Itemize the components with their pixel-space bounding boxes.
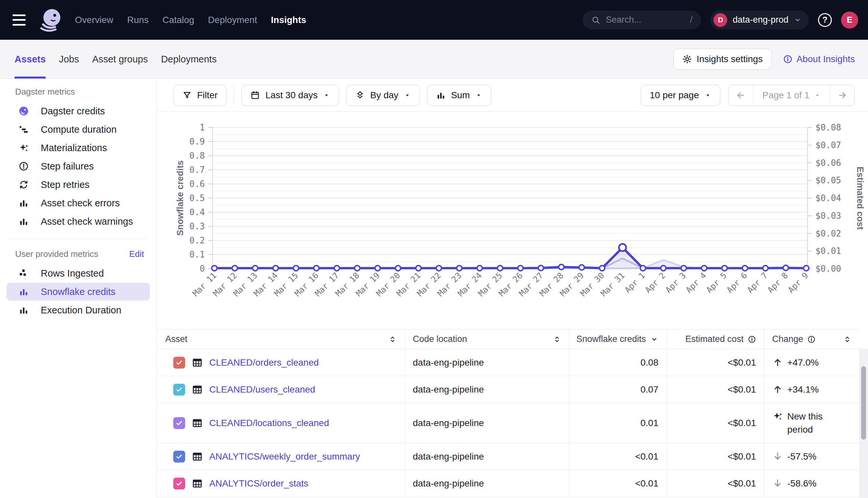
filter-button[interactable]: Filter	[173, 85, 227, 106]
date-range-dropdown[interactable]: Last 30 days	[241, 85, 339, 106]
code-location-cell: data-eng-pipeline	[405, 403, 570, 443]
trend-down-icon	[772, 451, 783, 461]
column-header-code-location[interactable]: Code location	[405, 329, 570, 349]
sidebar-item-step-failures[interactable]: Step failures	[7, 157, 150, 175]
sidebar-item-label: Materializations	[41, 143, 107, 154]
data-point-marker	[355, 265, 360, 271]
data-point-marker	[477, 265, 482, 271]
asset-link[interactable]: CLEANED/locations_cleaned	[209, 418, 329, 428]
asset-checkbox[interactable]	[173, 384, 185, 395]
asset-checkbox[interactable]	[173, 451, 185, 462]
per-page-dropdown[interactable]: 10 per page	[641, 85, 720, 106]
left-axis-tick: 0.2	[189, 236, 205, 245]
trend-down-icon	[772, 478, 783, 488]
about-insights-link[interactable]: About Insights	[783, 54, 855, 64]
sidebar-item-execution-duration[interactable]: Execution Duration	[7, 301, 150, 319]
x-axis-tick: Apr 5	[704, 271, 729, 295]
insights-settings-button[interactable]: Insights settings	[673, 49, 772, 70]
nav-item-catalog[interactable]: Catalog	[163, 15, 194, 25]
asset-link[interactable]: CLEANED/users_cleaned	[209, 384, 315, 395]
deployment-switcher[interactable]: D data-eng-prod	[710, 11, 809, 29]
main-panel: Filter Last 30 days By day Sum 10 per pa	[157, 79, 868, 498]
estimated-cost-cell: <$0.01	[667, 470, 764, 497]
credits-line-chart[interactable]: 00.10.20.30.40.50.60.70.80.91$0.00$0.01$…	[157, 112, 868, 329]
asset-link[interactable]: ANALYTICS/weekly_order_summary	[209, 451, 360, 462]
nav-item-overview[interactable]: Overview	[75, 15, 113, 25]
data-point-marker	[640, 265, 646, 271]
prev-page-button[interactable]	[729, 85, 753, 105]
dagster-logo-icon	[37, 7, 64, 33]
sort-icon[interactable]	[843, 335, 852, 344]
data-point-marker	[742, 265, 747, 271]
asset-checkbox[interactable]	[173, 417, 185, 429]
table-icon	[192, 384, 203, 395]
scrollbar-track[interactable]	[859, 349, 868, 498]
sparkle-icon	[18, 143, 29, 153]
column-header-asset[interactable]: Asset	[157, 329, 405, 349]
info-icon[interactable]	[807, 335, 816, 344]
table-row: CLEANED/locations_cleaneddata-eng-pipeli…	[157, 403, 859, 443]
asset-checkbox[interactable]	[173, 357, 185, 369]
nav-item-insights[interactable]: Insights	[271, 15, 306, 25]
right-axis-tick: $0.06	[815, 158, 841, 168]
help-glyph: ?	[822, 15, 828, 25]
right-axis-tick: $0.08	[815, 122, 841, 132]
sidebar-item-materializations[interactable]: Materializations	[7, 139, 150, 157]
table-row: ANALYTICS/order_statsdata-eng-pipeline<0…	[157, 470, 859, 497]
sidebar-item-compute-duration[interactable]: Compute duration	[7, 120, 150, 138]
left-axis-tick: 0.5	[189, 193, 205, 203]
user-avatar[interactable]: E	[841, 12, 858, 29]
sort-icon[interactable]	[553, 335, 561, 344]
aggregation-dropdown[interactable]: Sum	[427, 85, 492, 106]
next-page-button[interactable]	[830, 85, 855, 105]
bars-icon	[18, 216, 29, 227]
bars-icon	[18, 286, 29, 297]
change-cell: -58.6%	[764, 470, 859, 497]
sidebar-item-asset-check-errors[interactable]: Asset check errors	[7, 194, 150, 212]
tab-deployments[interactable]: Deployments	[161, 40, 217, 79]
search-input[interactable]: Search... /	[583, 11, 701, 29]
x-axis-tick: Apr 2	[643, 271, 667, 295]
sort-icon[interactable]	[388, 335, 397, 344]
asset-link[interactable]: CLEANED/orders_cleaned	[209, 357, 319, 368]
menu-icon[interactable]	[13, 14, 28, 26]
table-row: ANALYTICS/weekly_order_summarydata-eng-p…	[157, 443, 859, 470]
sidebar-item-snowflake-credits[interactable]: Snowflake credits	[7, 283, 150, 301]
data-point-marker	[497, 265, 502, 271]
group-by-dropdown[interactable]: By day	[346, 85, 420, 106]
column-header-snowflake-credits[interactable]: Snowflake credits	[570, 329, 667, 349]
sidebar-item-dagster-credits[interactable]: Dagster credits	[7, 102, 150, 120]
tab-asset-groups[interactable]: Asset groups	[92, 40, 148, 79]
table-row: CLEANED/users_cleaneddata-eng-pipeline0.…	[157, 376, 859, 403]
sidebar-item-label: Step retries	[41, 179, 89, 190]
tab-assets[interactable]: Assets	[14, 40, 46, 79]
edit-metrics-link[interactable]: Edit	[129, 249, 144, 259]
nav-item-runs[interactable]: Runs	[127, 15, 149, 25]
data-point-marker	[681, 265, 686, 271]
sidebar-item-label: Execution Duration	[41, 305, 121, 316]
x-axis-tick: Apr 7	[745, 271, 769, 295]
column-header-change[interactable]: Change	[764, 329, 859, 349]
scrollbar-thumb[interactable]	[861, 366, 866, 440]
help-icon[interactable]: ?	[818, 13, 832, 27]
left-axis-tick: 1	[200, 122, 205, 132]
sort-desc-icon[interactable]	[650, 335, 659, 344]
sidebar-divider	[9, 239, 148, 239]
right-axis-title: Estimated cost	[855, 167, 865, 230]
page-indicator-dropdown[interactable]: Page 1 of 1	[753, 85, 830, 105]
data-point-marker	[314, 265, 319, 271]
nav-item-deployment[interactable]: Deployment	[208, 15, 257, 25]
table-icon	[192, 357, 203, 368]
tab-actions: Insights settings About Insights	[673, 49, 855, 70]
asset-link[interactable]: ANALYTICS/order_stats	[209, 478, 308, 489]
sidebar-item-step-retries[interactable]: Step retries	[7, 176, 150, 194]
top-nav-right: Search... / D data-eng-prod ? E	[583, 11, 858, 29]
sidebar-item-rows-ingested[interactable]: Rows Ingested	[7, 264, 150, 282]
x-axis-tick: Apr 3	[664, 271, 688, 295]
info-icon[interactable]	[748, 335, 756, 344]
top-nav: OverviewRunsCatalogDeploymentInsights Se…	[0, 0, 868, 40]
column-header-estimated-cost[interactable]: Estimated cost	[667, 329, 764, 349]
asset-checkbox[interactable]	[173, 477, 185, 489]
tab-jobs[interactable]: Jobs	[59, 40, 79, 79]
sidebar-item-asset-check-warnings[interactable]: Asset check warnings	[7, 212, 150, 230]
